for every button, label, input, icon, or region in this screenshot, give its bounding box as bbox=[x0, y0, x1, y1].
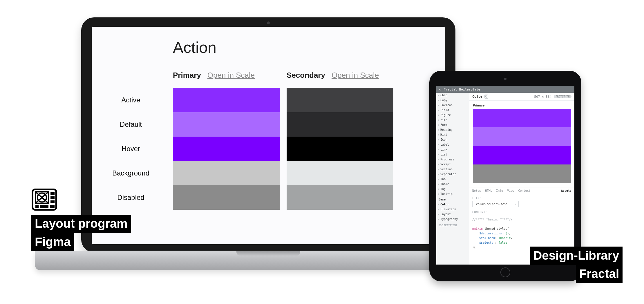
trackpad-notch bbox=[236, 251, 300, 256]
sidebar-item[interactable]: DOCUMENTATION bbox=[436, 223, 469, 228]
color-swatch-primary[interactable] bbox=[173, 112, 280, 137]
copy-icon[interactable]: ⧉ bbox=[484, 95, 488, 99]
sidebar-item[interactable]: Elevation bbox=[436, 207, 469, 212]
color-swatch-secondary[interactable] bbox=[287, 185, 393, 210]
row-label: Background bbox=[97, 169, 173, 177]
color-swatch-primary[interactable] bbox=[173, 137, 280, 161]
svg-rect-9 bbox=[40, 205, 48, 208]
color-stripe bbox=[473, 109, 571, 127]
color-swatch-primary[interactable] bbox=[173, 185, 280, 210]
caption-left: Layout program Figma bbox=[31, 188, 131, 251]
status-badge: PROTOTYPE bbox=[554, 95, 571, 98]
color-swatch-primary[interactable] bbox=[173, 88, 280, 112]
tab-assets[interactable]: Assets bbox=[561, 189, 571, 192]
sidebar-item[interactable]: Link bbox=[436, 147, 469, 152]
sidebar-item[interactable]: Script bbox=[436, 162, 469, 167]
color-stripe bbox=[473, 164, 571, 183]
file-select[interactable]: _color.helpers.scss ▾ bbox=[472, 201, 519, 207]
tab-info[interactable]: Info bbox=[496, 189, 503, 192]
caption-text: Fractal bbox=[576, 265, 623, 283]
content-label: CONTENT: bbox=[472, 211, 571, 214]
column-title: Secondary bbox=[287, 71, 325, 80]
sidebar-item[interactable]: Figure bbox=[436, 113, 469, 117]
swatch-row: Disabled bbox=[97, 185, 433, 210]
component-header: Color ⧉ 507 × 564 PROTOTYPE bbox=[469, 93, 574, 101]
open-in-scale-link[interactable]: Open in Scale bbox=[207, 71, 255, 80]
sidebar-item[interactable]: Separator bbox=[436, 172, 469, 177]
sidebar-section: Base bbox=[436, 196, 469, 202]
sidebar-item[interactable]: Tab bbox=[436, 177, 469, 182]
sidebar-item[interactable]: Favicon bbox=[436, 103, 469, 108]
sidebar-item[interactable]: Progress bbox=[436, 157, 469, 162]
component-title: Color bbox=[472, 95, 483, 99]
tab-html[interactable]: HTML bbox=[485, 189, 492, 192]
swatch-row: Default bbox=[97, 112, 433, 137]
swatch-row: Background bbox=[97, 161, 433, 185]
color-swatch-secondary[interactable] bbox=[287, 161, 393, 185]
tab-notes[interactable]: Notes bbox=[472, 189, 481, 192]
code-content: //***** Theming *****// @mixin themed-st… bbox=[472, 217, 571, 250]
sidebar-item[interactable]: Field bbox=[436, 108, 469, 113]
svg-rect-10 bbox=[50, 205, 55, 208]
sidebar-item[interactable]: Tag bbox=[436, 187, 469, 191]
sidebar: ChipCopyFaviconFieldFigureFileFormHeadin… bbox=[436, 93, 469, 265]
column-header-secondary: Secondary Open in Scale bbox=[287, 71, 393, 80]
caption-right: Design-Library Fractal bbox=[530, 247, 623, 283]
close-icon[interactable]: × bbox=[439, 87, 441, 92]
sidebar-item[interactable]: File bbox=[436, 117, 469, 122]
swatch-row: Hover bbox=[97, 137, 433, 161]
row-label: Default bbox=[97, 120, 173, 129]
tab-view[interactable]: View bbox=[507, 189, 514, 192]
sidebar-item[interactable]: Tooltip bbox=[436, 191, 469, 196]
sidebar-item[interactable]: Icon bbox=[436, 137, 469, 142]
sidebar-item[interactable]: Label bbox=[436, 142, 469, 147]
color-swatch-secondary[interactable] bbox=[287, 112, 393, 137]
camera-icon bbox=[267, 21, 270, 24]
sidebar-item[interactable]: Layout bbox=[436, 212, 469, 217]
file-label: FILE: bbox=[472, 197, 571, 200]
panel-tabs: NotesHTMLInfoViewContextAssets bbox=[469, 187, 574, 194]
svg-rect-7 bbox=[50, 200, 55, 203]
color-stripe bbox=[473, 127, 571, 146]
viewport-size: 507 × 564 bbox=[534, 95, 552, 99]
sidebar-item[interactable]: Copy bbox=[436, 98, 469, 103]
caption-text: Design-Library bbox=[530, 247, 623, 265]
color-swatch-secondary[interactable] bbox=[287, 137, 393, 161]
sidebar-item[interactable]: Section bbox=[436, 167, 469, 172]
color-swatch-secondary[interactable] bbox=[287, 88, 393, 112]
sidebar-item[interactable]: Chip bbox=[436, 93, 469, 98]
sidebar-item[interactable]: Table bbox=[436, 182, 469, 187]
caption-text: Layout program bbox=[31, 215, 131, 233]
caption-text: Figma bbox=[31, 233, 74, 251]
sidebar-item[interactable]: Color bbox=[436, 202, 469, 207]
sidebar-item[interactable]: Form bbox=[436, 122, 469, 127]
swatch-row: Active bbox=[97, 88, 433, 112]
wireframe-icon bbox=[31, 188, 57, 211]
figma-screen: Action Primary Open in Scale Secondary O… bbox=[92, 27, 445, 244]
svg-rect-5 bbox=[50, 192, 55, 195]
window-titlebar: × Fractal Boilerplate bbox=[436, 86, 574, 93]
row-label: Hover bbox=[97, 145, 173, 153]
sidebar-item[interactable]: List bbox=[436, 152, 469, 157]
column-title: Primary bbox=[173, 71, 201, 80]
color-stripe bbox=[473, 146, 571, 164]
svg-rect-6 bbox=[50, 196, 55, 199]
camera-icon bbox=[504, 78, 506, 80]
chevron-down-icon: ▾ bbox=[515, 202, 517, 206]
svg-rect-8 bbox=[35, 205, 39, 208]
open-in-scale-link[interactable]: Open in Scale bbox=[332, 71, 379, 80]
tab-context[interactable]: Context bbox=[518, 189, 530, 192]
laptop-device: Action Primary Open in Scale Secondary O… bbox=[81, 17, 455, 270]
page-title: Action bbox=[173, 38, 433, 56]
sidebar-item[interactable]: Hint bbox=[436, 132, 469, 137]
fractal-app: × Fractal Boilerplate ChipCopyFaviconFie… bbox=[436, 86, 574, 265]
home-button-icon[interactable] bbox=[500, 267, 510, 277]
row-label: Active bbox=[97, 96, 173, 104]
file-select-value: _color.helpers.scss bbox=[474, 202, 507, 206]
preview-canvas: Primary bbox=[469, 101, 574, 187]
sidebar-item[interactable]: Heading bbox=[436, 127, 469, 132]
sidebar-item[interactable]: Typography bbox=[436, 217, 469, 222]
column-header-primary: Primary Open in Scale bbox=[173, 71, 280, 80]
laptop-shell: Action Primary Open in Scale Secondary O… bbox=[81, 17, 455, 252]
color-swatch-primary[interactable] bbox=[173, 161, 280, 185]
